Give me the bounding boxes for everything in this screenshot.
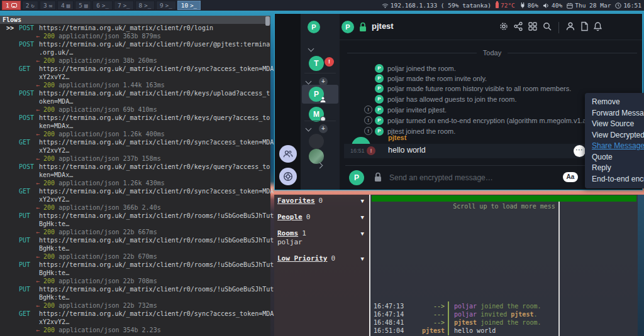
network-status: 192.168.1.133 ( 59% tatanka) <box>382 2 491 9</box>
help-button[interactable] <box>279 168 297 185</box>
flow-request[interactable]: GEThttps://termina.org.uk/_matrix/client… <box>0 310 270 318</box>
unread-badge: ! <box>325 57 334 67</box>
decryption-error-icon: ! <box>367 146 375 155</box>
workspace-6[interactable]: 6>_ <box>92 1 113 10</box>
rail-room-avatar[interactable] <box>309 149 324 164</box>
menu-item-view-source[interactable]: View Source <box>585 119 644 130</box>
response-arrow-icon: ← <box>36 57 43 64</box>
response-arrow-icon: ← <box>36 131 43 138</box>
flow-request[interactable]: POSThttps://termina.org.uk/_matrix/clien… <box>0 89 270 97</box>
collapse-triangle-icon[interactable]: ▼ <box>361 254 364 263</box>
people-button[interactable] <box>279 145 297 163</box>
flow-request[interactable]: PUThttps://termina.org.uk/_matrix/client… <box>0 212 270 220</box>
room-section-rooms[interactable]: Rooms1▼ <box>277 229 365 238</box>
collapse-triangle-icon[interactable]: ▼ <box>361 197 364 205</box>
response-info: application/json 22b 708ms <box>55 278 157 285</box>
share-icon[interactable] <box>513 21 523 34</box>
room-section-favorites[interactable]: Favorites0▼ <box>277 197 365 205</box>
event-text: poljar invited pjtest. <box>387 106 447 114</box>
flow-request[interactable]: >>POSThttps://termina.org.uk/_matrix/cli… <box>0 24 270 32</box>
log-segment: . <box>533 311 537 318</box>
flow-method: POST <box>19 24 34 32</box>
menu-item-remove[interactable]: Remove <box>585 97 644 108</box>
menu-item-view-decrypted-s[interactable]: View Decrypted S <box>585 130 644 141</box>
flow-request[interactable]: GEThttps://termina.org.uk/_matrix/client… <box>0 65 270 73</box>
files-icon[interactable] <box>580 21 589 34</box>
flow-url: https://termina.org.uk/_matrix/client/r0… <box>39 261 274 268</box>
room-avatar[interactable]: P <box>341 21 354 33</box>
lifebuoy-icon <box>283 171 293 182</box>
members-icon[interactable] <box>565 21 575 34</box>
log-prefix: --- <box>404 310 445 318</box>
flow-request[interactable]: POSThttps://termina.org.uk/_matrix/clien… <box>0 114 270 122</box>
book-icon: ▤ <box>67 3 70 9</box>
chevron-right-icon[interactable] <box>317 163 322 168</box>
workspace-2[interactable]: 2↻ <box>22 1 38 10</box>
menu-item-forward-message[interactable]: Forward Message <box>585 108 644 119</box>
log-segment: invited <box>477 311 511 318</box>
flow-response: ← 200 application/json 354b 2.23s <box>0 326 270 334</box>
apps-grid-icon[interactable] <box>528 21 538 34</box>
workspace-number: 8 <box>139 2 143 9</box>
event-text: poljar turned on end-to-end encryption (… <box>387 117 616 124</box>
flow-request[interactable]: POSThttps://termina.org.uk/_matrix/clien… <box>0 40 270 48</box>
section-count: 0 <box>331 254 335 263</box>
user-avatar[interactable]: P <box>308 21 320 33</box>
load-more-banner[interactable] <box>372 195 636 202</box>
menu-item-quote[interactable]: Quote <box>585 152 644 163</box>
flow-response: ← 200 application/json 22b 667ms <box>0 228 270 236</box>
chevron-down-icon[interactable] <box>306 126 311 131</box>
menu-item-end-to-end-encry[interactable]: End-to-end encry <box>585 174 644 185</box>
flow-request[interactable]: GEThttps://termina.org.uk/_matrix/client… <box>0 138 270 146</box>
workspace-number: 9 <box>160 2 164 9</box>
message-options-button[interactable]: ··· <box>574 145 586 157</box>
wifi-icon <box>382 3 389 8</box>
flow-request[interactable]: PUThttps://termina.org.uk/_matrix/client… <box>0 285 270 293</box>
notifications-bell-icon[interactable] <box>593 21 602 34</box>
room-section-low-priority[interactable]: Low Priority0▼ <box>277 254 365 263</box>
menu-item-reply[interactable]: Reply <box>585 163 644 174</box>
flow-request[interactable]: PUThttps://termina.org.uk/_matrix/client… <box>0 236 270 244</box>
room-list-item[interactable]: poljar <box>277 238 303 247</box>
add-room-button[interactable]: + <box>319 124 328 133</box>
settings-gear-icon[interactable] <box>499 21 509 34</box>
search-icon[interactable] <box>542 21 552 34</box>
log-segment: poljar <box>454 311 477 318</box>
composer-input[interactable]: Send an encrypted message… <box>389 173 493 182</box>
rail-room-avatar[interactable]: T <box>309 56 324 71</box>
sidebar-separator[interactable] <box>369 195 370 336</box>
flow-response: ← 200 application/json 22b 708ms <box>0 277 270 285</box>
chevron-down-icon[interactable] <box>308 46 313 51</box>
response-info: application/json 22b 732ms <box>55 302 157 309</box>
workspace-4[interactable]: 4▤ <box>57 1 74 10</box>
wallpaper-strip <box>638 195 644 336</box>
log-message: hello world <box>454 327 496 335</box>
workspace-7[interactable]: 7>_ <box>114 1 134 10</box>
workspace-3[interactable]: 3✉ <box>40 1 56 10</box>
log-line: 16:47:14---poljar invited pjtest. <box>274 310 638 318</box>
collapse-triangle-icon[interactable]: ▼ <box>361 229 364 238</box>
chevron-down-icon[interactable] <box>306 79 311 84</box>
room-section-people[interactable]: People0▼ <box>277 213 365 222</box>
workspace-8[interactable]: 8>_ <box>135 1 155 10</box>
workspace-9[interactable]: 9>_ <box>156 1 176 10</box>
workspace-10[interactable]: 10>_ <box>177 1 201 10</box>
scrollbar-thumb[interactable] <box>265 16 270 26</box>
format-toggle-button[interactable]: Aa <box>563 172 578 182</box>
collapse-triangle-icon[interactable]: ▼ <box>361 213 364 222</box>
flow-request[interactable]: PUThttps://termina.org.uk/_matrix/client… <box>0 261 270 269</box>
response-info: application/json 237b 158ms <box>55 155 161 162</box>
rail-room-avatar[interactable] <box>309 134 324 149</box>
flow-method: GET <box>19 65 30 73</box>
nicklist-separator[interactable] <box>558 202 560 336</box>
composer-avatar[interactable]: P <box>349 170 364 185</box>
mail-icon: ✉ <box>49 3 52 9</box>
desktop: 12↻3✉4▤5▤6>_7>_8>_9>_10>_ 192.168.1.133 … <box>0 0 644 336</box>
clock-status: 16:51 <box>615 2 641 9</box>
flow-request[interactable]: GEThttps://termina.org.uk/_matrix/client… <box>0 187 270 195</box>
menu-item-share-message[interactable]: Share Message <box>585 141 644 152</box>
workspace-1[interactable]: 1 <box>2 1 21 10</box>
e2e-warning-icon: ! <box>364 116 372 124</box>
flow-request[interactable]: POSThttps://termina.org.uk/_matrix/clien… <box>0 163 270 171</box>
workspace-5[interactable]: 5▤ <box>75 1 91 10</box>
